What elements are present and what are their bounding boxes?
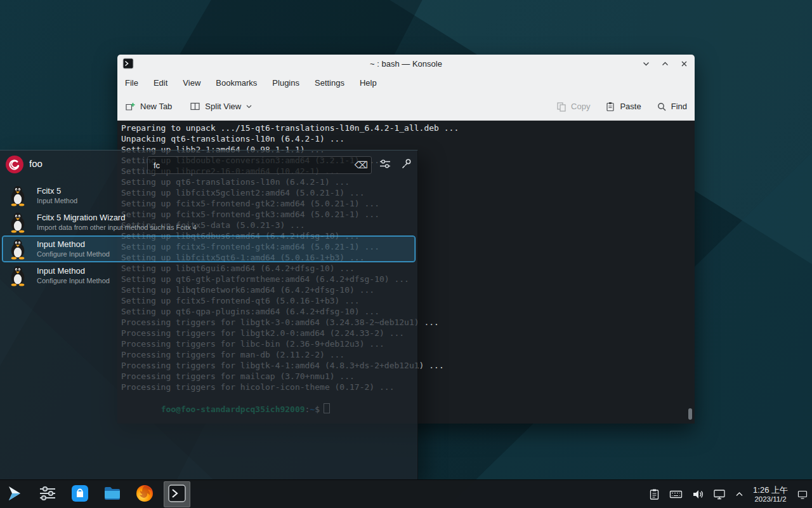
discover-button[interactable] (67, 481, 93, 507)
result-input-method-selected[interactable]: Input Method Configure Input Method (2, 236, 416, 262)
tux-icon (8, 265, 27, 286)
desktop: ~ : bash — Konsole File Edit View Bookma… (0, 0, 812, 508)
result-fcitx5-migration-wizard[interactable]: Fcitx 5 Migration Wizard Import data fro… (2, 209, 416, 236)
result-title: Fcitx 5 (37, 186, 77, 196)
result-subtitle: Import data from other input method such… (37, 223, 197, 232)
result-fcitx5[interactable]: Fcitx 5 Input Method (2, 182, 416, 209)
copy-button[interactable]: Copy (556, 102, 590, 112)
minimize-button[interactable] (642, 60, 650, 68)
result-title: Input Method (37, 266, 110, 276)
paste-label: Paste (620, 102, 641, 111)
display-icon[interactable] (713, 488, 726, 500)
chevron-down-icon (246, 103, 252, 110)
new-tab-label: New Tab (140, 102, 172, 111)
menubar: File Edit View Bookmarks Plugins Setting… (117, 72, 695, 93)
menu-plugins[interactable]: Plugins (272, 78, 299, 88)
toolbar: New Tab Split View Copy Paste (117, 93, 695, 121)
close-button[interactable] (680, 60, 688, 68)
menu-settings[interactable]: Settings (315, 78, 344, 88)
split-view-label: Split View (205, 102, 241, 111)
menu-file[interactable]: File (125, 78, 138, 88)
search-results: Fcitx 5 Input Method Fcitx 5 Migration W… (2, 182, 416, 289)
taskbar: 1:26 上午 2023/11/2 (0, 479, 812, 508)
split-view-button[interactable]: Split View (190, 101, 252, 112)
result-title: Input Method (37, 239, 110, 250)
filter-icon[interactable] (379, 157, 391, 173)
konsole-task-button[interactable] (164, 481, 190, 507)
split-view-icon (190, 101, 200, 112)
keyboard-icon[interactable] (669, 488, 683, 500)
new-tab-button[interactable]: New Tab (125, 101, 172, 112)
konsole-app-icon (122, 58, 134, 69)
app-launcher-button[interactable] (2, 481, 29, 507)
volume-icon[interactable] (691, 488, 704, 500)
titlebar[interactable]: ~ : bash — Konsole (117, 55, 695, 72)
result-subtitle: Input Method (37, 196, 77, 205)
result-subtitle: Configure Input Method (37, 276, 110, 285)
new-tab-icon (125, 101, 136, 112)
result-input-method[interactable]: Input Method Configure Input Method (2, 262, 416, 289)
paste-icon (605, 102, 615, 112)
menu-edit[interactable]: Edit (154, 78, 167, 88)
tux-icon (8, 185, 27, 206)
maximize-button[interactable] (661, 60, 669, 68)
clock-time: 1:26 上午 (753, 485, 788, 495)
tux-icon (8, 211, 27, 233)
menu-view[interactable]: View (183, 78, 200, 88)
window-title: ~ : bash — Konsole (370, 59, 442, 69)
firefox-icon (135, 484, 154, 505)
discover-icon (70, 484, 89, 505)
launcher-username: foo (29, 158, 43, 169)
pin-icon[interactable] (400, 157, 413, 173)
result-title: Fcitx 5 Migration Wizard (37, 213, 197, 223)
system-tray: 1:26 上午 2023/11/2 (648, 480, 808, 508)
menu-bookmarks[interactable]: Bookmarks (216, 78, 257, 88)
system-settings-icon (38, 484, 57, 505)
copy-icon (556, 102, 566, 112)
launcher-header: foo ⌫ (0, 150, 417, 178)
copy-label: Copy (571, 102, 590, 111)
firefox-button[interactable] (131, 481, 158, 507)
find-button[interactable]: Find (657, 102, 687, 112)
search-input[interactable] (148, 157, 371, 173)
search-field: ⌫ (147, 156, 372, 174)
system-settings-button[interactable] (34, 481, 61, 507)
clock-date: 2023/11/2 (753, 495, 788, 504)
clock[interactable]: 1:26 上午 2023/11/2 (753, 485, 788, 504)
clipboard-icon[interactable] (648, 488, 660, 500)
show-desktop-button[interactable] (797, 489, 808, 500)
app-launcher-panel: foo ⌫ Fcitx 5 Input Method (0, 150, 418, 480)
find-label: Find (671, 102, 687, 111)
file-manager-button[interactable] (99, 481, 126, 507)
app-launcher-icon (6, 484, 25, 505)
user-avatar[interactable] (5, 155, 24, 174)
scrollbar-thumb[interactable] (688, 408, 692, 420)
paste-button[interactable]: Paste (605, 102, 641, 112)
clear-search-icon[interactable]: ⌫ (355, 159, 368, 171)
tux-icon (8, 238, 27, 260)
terminal-line: Preparing to unpack .../15-qt6-translati… (121, 123, 687, 133)
terminal-scrollbar[interactable] (688, 121, 693, 424)
expand-tray-icon[interactable] (735, 490, 744, 499)
result-subtitle: Configure Input Method (37, 250, 110, 258)
konsole-icon (167, 484, 187, 505)
find-icon (657, 102, 667, 112)
terminal-line: Unpacking qt6-translations-l10n (6.4.2-1… (121, 133, 687, 144)
menu-help[interactable]: Help (360, 78, 377, 88)
file-manager-icon (103, 484, 122, 505)
